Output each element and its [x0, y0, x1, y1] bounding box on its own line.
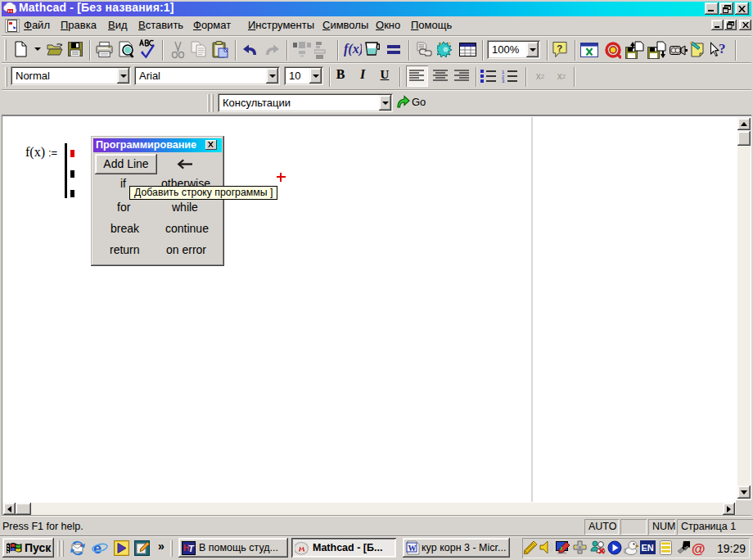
svg-text:W: W: [408, 544, 417, 553]
svg-text:?: ?: [557, 43, 562, 53]
svg-text:EN: EN: [642, 543, 654, 553]
svg-text:f(x): f(x): [344, 42, 362, 56]
svg-text:e: e: [93, 540, 101, 557]
svg-text:?: ?: [719, 41, 726, 56]
svg-text:3: 3: [502, 79, 505, 83]
svg-text:@: @: [692, 541, 706, 556]
